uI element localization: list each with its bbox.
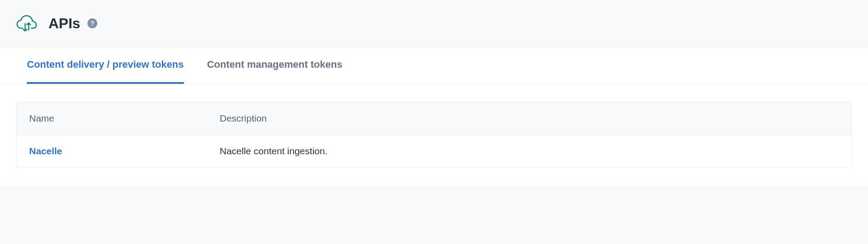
page-title: APIs [48,15,80,32]
table-row: Nacelle Nacelle content ingestion. [17,135,851,167]
help-icon[interactable]: ? [87,18,97,28]
table-container: Name Description Nacelle Nacelle content… [0,84,868,186]
content-area: Content delivery / preview tokens Conten… [0,47,868,186]
token-name-link[interactable]: Nacelle [29,146,62,156]
cell-description: Nacelle content ingestion. [220,146,839,157]
tab-content-delivery-preview-tokens[interactable]: Content delivery / preview tokens [27,47,184,84]
cloud-api-icon [16,13,38,34]
cell-name: Nacelle [29,146,220,157]
tab-content-management-tokens[interactable]: Content management tokens [207,47,343,84]
column-header-name: Name [29,113,220,124]
column-header-description: Description [220,113,839,124]
tokens-table: Name Description Nacelle Nacelle content… [16,102,852,168]
tabs: Content delivery / preview tokens Conten… [0,47,868,84]
table-header-row: Name Description [17,102,851,135]
page-header: APIs ? [0,0,868,47]
